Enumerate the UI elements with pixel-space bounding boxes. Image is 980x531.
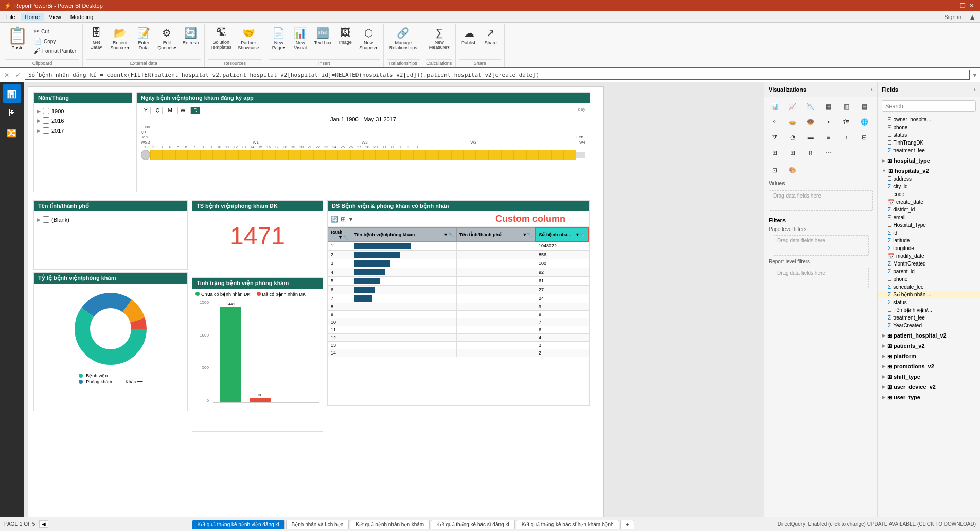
- timeline-cell-21[interactable]: [401, 150, 413, 160]
- shapes-btn[interactable]: ⬡ NewShapes▾: [357, 25, 380, 52]
- field-id[interactable]: Σid: [878, 229, 980, 237]
- solution-templates-btn[interactable]: 🏗 SolutionTemplates: [208, 25, 234, 52]
- status-right[interactable]: DirectQuery: Enabled (click to change) U…: [778, 521, 976, 527]
- get-data-btn[interactable]: 🗄 GetData▾: [86, 25, 106, 52]
- nam-thang-visual[interactable]: Năm/Tháng ▶ 1900 ▶ 2016 ▶: [33, 92, 132, 192]
- new-page-btn[interactable]: 📄 NewPage▾: [269, 25, 289, 52]
- collapse-ribbon-btn[interactable]: ▲: [967, 13, 978, 21]
- viz-icon-kpi[interactable]: ↑: [839, 130, 853, 145]
- text-box-btn[interactable]: 🔤 Text box: [312, 25, 334, 47]
- timeline-cell-18[interactable]: [363, 150, 376, 160]
- formula-input[interactable]: [25, 70, 970, 80]
- field-group-user-device-v2-header[interactable]: ▶ ⊞ user_device_v2: [878, 383, 980, 391]
- timeline-cell-30[interactable]: [513, 150, 526, 160]
- timeline-cell-24[interactable]: [438, 150, 451, 160]
- image-btn[interactable]: 🖼 Image: [335, 25, 355, 47]
- col-so-benh-nhan[interactable]: Số bệnh nhà... ▼🔧: [536, 227, 589, 241]
- field-YearCreated[interactable]: ΣYearCreated: [878, 322, 980, 329]
- viz-icon-100pct[interactable]: ▥: [839, 99, 853, 114]
- timeline-cell-13[interactable]: [300, 150, 313, 160]
- title-bar-controls[interactable]: — ❐ ✕: [949, 2, 976, 10]
- status-tab-5[interactable]: Kết quả thống kê bác sĩ hẹn khám bệnh: [516, 520, 619, 529]
- timeline-cell-2[interactable]: [163, 150, 175, 160]
- left-panel-model-icon[interactable]: 🔀: [3, 123, 21, 142]
- left-panel-report-icon[interactable]: 📊: [3, 84, 21, 103]
- viz-icon-map[interactable]: 🗺: [839, 115, 853, 129]
- timeline-ctrl-W[interactable]: W: [177, 107, 188, 114]
- field-owner-hospita[interactable]: Ξ owner_hospita...: [878, 116, 980, 123]
- menu-file[interactable]: File: [2, 13, 20, 21]
- close-btn[interactable]: ✕: [968, 2, 976, 10]
- canvas-area[interactable]: Năm/Tháng ▶ 1900 ▶ 2016 ▶: [24, 82, 764, 517]
- maximize-btn[interactable]: ❐: [958, 2, 967, 10]
- enter-data-btn[interactable]: 📝 EnterData: [133, 25, 154, 52]
- timeline-ctrl-Q[interactable]: Q: [153, 107, 163, 114]
- timeline-cell-22[interactable]: [414, 150, 426, 160]
- timeline-cell-4[interactable]: [188, 150, 200, 160]
- timeline-cell-25[interactable]: [451, 150, 464, 160]
- field-group-shift-type-header[interactable]: ▶ ⊞ shift_type: [878, 373, 980, 381]
- timeline-cell-8[interactable]: [238, 150, 251, 160]
- viz-icon-matrix[interactable]: ⊞: [786, 146, 800, 160]
- timeline-scroll-handle[interactable]: [576, 152, 585, 158]
- cut-btn[interactable]: ✂ Cut: [31, 27, 79, 36]
- formula-cancel-btn[interactable]: ✕: [2, 70, 11, 80]
- field-treatment-fee[interactable]: Σtreatment_fee: [878, 314, 980, 322]
- viz-icon-stacked[interactable]: ▦: [821, 99, 835, 114]
- viz-icon-multirow[interactable]: ≡: [821, 130, 835, 145]
- col-rank[interactable]: Rank ▼🔧: [328, 227, 351, 241]
- timeline-ctrl-Y[interactable]: Y: [141, 107, 151, 114]
- field-group-platform-header[interactable]: ▶ ⊞ platform: [878, 352, 980, 360]
- timeline-cell-20[interactable]: [388, 150, 401, 160]
- timeline-cell-7[interactable]: [225, 150, 238, 160]
- timeline-cell-16[interactable]: [338, 150, 350, 160]
- timeline-cell-27[interactable]: [476, 150, 488, 160]
- table-scroll-area[interactable]: Rank ▼🔧 Tên bệnh viện/phòng khám ▼🔧 Tên …: [328, 227, 589, 402]
- timeline-cell-26[interactable]: [464, 150, 476, 160]
- copy-btn[interactable]: 📄 Copy: [31, 37, 79, 46]
- timeline-cell-15[interactable]: [326, 150, 338, 160]
- viz-icon-more[interactable]: ⋯: [821, 146, 835, 160]
- share-btn[interactable]: ↗ Share: [480, 25, 501, 47]
- viz-drag-area-page[interactable]: Drag data fields here: [773, 235, 869, 256]
- timeline-ctrl-D[interactable]: D: [190, 107, 200, 114]
- field-create-date[interactable]: 📅create_date: [878, 198, 980, 206]
- field-address[interactable]: Ξaddress: [878, 175, 980, 183]
- viz-icon-treemap[interactable]: ▪: [821, 115, 835, 129]
- table-toolbar-filter-icon[interactable]: ▼: [348, 216, 354, 223]
- field-district-id[interactable]: Σdistrict_id: [878, 206, 980, 214]
- recent-sources-btn[interactable]: 📂 RecentSources▾: [108, 25, 132, 52]
- timeline-cell-31[interactable]: [526, 150, 539, 160]
- field-group-patients-v2-header[interactable]: ▶ ⊞ patients_v2: [878, 342, 980, 350]
- new-measure-btn[interactable]: ∑ NewMeasure▾: [426, 25, 452, 52]
- timeline-cell-12[interactable]: [288, 150, 300, 160]
- viz-icon-gauge[interactable]: ◔: [786, 130, 800, 145]
- timeline-cell-1[interactable]: [150, 150, 163, 160]
- timeline-scroll-left[interactable]: [141, 150, 150, 160]
- viz-drag-area-report[interactable]: Drag data fields here: [773, 268, 869, 288]
- field-longitude[interactable]: Σlongitude: [878, 244, 980, 252]
- viz-icon-waterfall[interactable]: ▤: [857, 99, 871, 114]
- timeline-cell-19[interactable]: [376, 150, 388, 160]
- minimize-btn[interactable]: —: [949, 2, 957, 10]
- field-city-id[interactable]: Σcity_id: [878, 183, 980, 190]
- timeline-cell-28[interactable]: [489, 150, 501, 160]
- tinh-thanh-visual[interactable]: Tên tỉnh/thành phố ▶ (Blank): [33, 200, 188, 270]
- timeline-cell-5[interactable]: [200, 150, 212, 160]
- new-visual-btn[interactable]: 📊 NewVisual: [290, 25, 311, 52]
- publish-btn[interactable]: ☁ Publish: [459, 25, 479, 47]
- tinh-trang-visual[interactable]: Tình trạng bệnh viện phòng khám Chưa có …: [192, 277, 323, 432]
- timeline-cell-34[interactable]: [564, 150, 576, 160]
- field-status-top[interactable]: Ξ status: [878, 131, 980, 139]
- timeline-cell-23[interactable]: [426, 150, 438, 160]
- viz-icon-table[interactable]: ⊞: [768, 146, 782, 160]
- field-treatment-fee-top[interactable]: Σ treatment_fee: [878, 147, 980, 154]
- year-2016-checkbox[interactable]: [43, 117, 49, 124]
- fields-search-input[interactable]: [882, 100, 976, 112]
- partner-showcase-btn[interactable]: 🤝 PartnerShowcase: [235, 25, 262, 52]
- viz-drag-area-values[interactable]: Drag data fields here: [769, 190, 873, 211]
- field-phone-top[interactable]: Ξ phone: [878, 123, 980, 131]
- timeline-cell-3[interactable]: [175, 150, 188, 160]
- timeline-cell-29[interactable]: [501, 150, 513, 160]
- formula-expand-btn[interactable]: ▼: [972, 72, 978, 79]
